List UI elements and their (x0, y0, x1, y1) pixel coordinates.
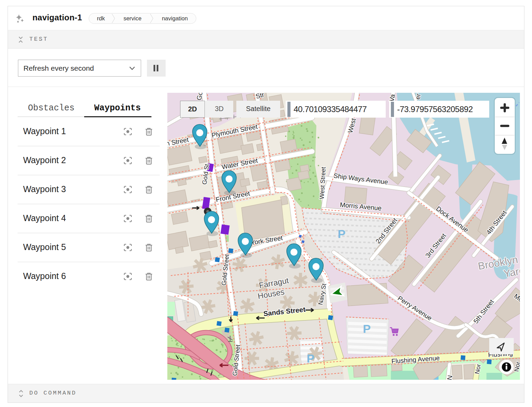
svg-text:P: P (307, 352, 315, 365)
svg-text:P: P (338, 227, 346, 240)
svg-text:P: P (363, 322, 371, 335)
svg-text:Va: Va (388, 93, 396, 102)
